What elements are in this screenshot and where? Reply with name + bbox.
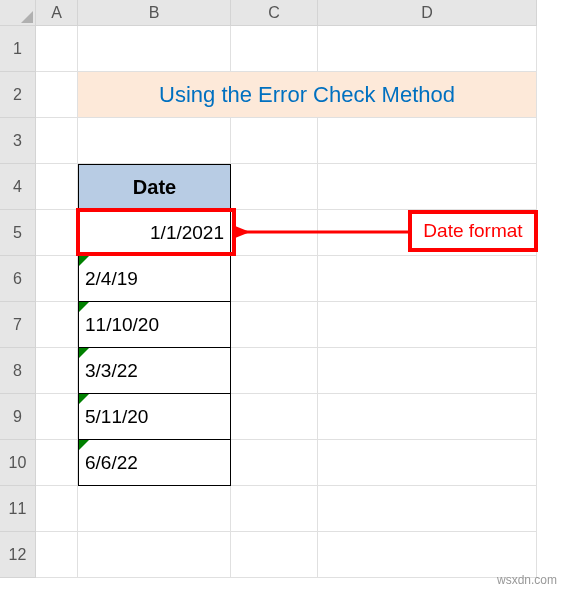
- table-header-date[interactable]: Date: [78, 164, 231, 210]
- row-header-2[interactable]: 2: [0, 72, 36, 118]
- title-cell[interactable]: Using the Error Check Method: [78, 72, 537, 118]
- cell-c11[interactable]: [231, 486, 318, 532]
- cell-c8[interactable]: [231, 348, 318, 394]
- row-header-8[interactable]: 8: [0, 348, 36, 394]
- cell-c12[interactable]: [231, 532, 318, 578]
- cell-d7[interactable]: [318, 302, 537, 348]
- row-header-10[interactable]: 10: [0, 440, 36, 486]
- cell-c3[interactable]: [231, 118, 318, 164]
- row-header-4[interactable]: 4: [0, 164, 36, 210]
- cell-a11[interactable]: [36, 486, 78, 532]
- cell-a7[interactable]: [36, 302, 78, 348]
- cell-a10[interactable]: [36, 440, 78, 486]
- cell-c10[interactable]: [231, 440, 318, 486]
- cell-b6[interactable]: 2/4/19: [78, 256, 231, 302]
- cell-a2[interactable]: [36, 72, 78, 118]
- cell-a9[interactable]: [36, 394, 78, 440]
- cell-d1[interactable]: [318, 26, 537, 72]
- cell-b11[interactable]: [78, 486, 231, 532]
- cell-d9[interactable]: [318, 394, 537, 440]
- row-header-3[interactable]: 3: [0, 118, 36, 164]
- cell-a4[interactable]: [36, 164, 78, 210]
- cell-c7[interactable]: [231, 302, 318, 348]
- cell-a3[interactable]: [36, 118, 78, 164]
- col-header-c[interactable]: C: [231, 0, 318, 26]
- cell-d6[interactable]: [318, 256, 537, 302]
- cell-c5[interactable]: [231, 210, 318, 256]
- cell-d12[interactable]: [318, 532, 537, 578]
- cell-b7[interactable]: 11/10/20: [78, 302, 231, 348]
- col-header-a[interactable]: A: [36, 0, 78, 26]
- row-header-7[interactable]: 7: [0, 302, 36, 348]
- cell-b9[interactable]: 5/11/20: [78, 394, 231, 440]
- cell-a5[interactable]: [36, 210, 78, 256]
- cell-a8[interactable]: [36, 348, 78, 394]
- cell-a12[interactable]: [36, 532, 78, 578]
- cell-b12[interactable]: [78, 532, 231, 578]
- callout-annotation: Date format: [408, 210, 538, 252]
- col-header-d[interactable]: D: [318, 0, 537, 26]
- cell-d3[interactable]: [318, 118, 537, 164]
- cell-d10[interactable]: [318, 440, 537, 486]
- row-header-1[interactable]: 1: [0, 26, 36, 72]
- select-all-corner[interactable]: [0, 0, 36, 26]
- cell-a6[interactable]: [36, 256, 78, 302]
- cell-c1[interactable]: [231, 26, 318, 72]
- cell-a1[interactable]: [36, 26, 78, 72]
- watermark: wsxdn.com: [497, 573, 557, 587]
- col-header-b[interactable]: B: [78, 0, 231, 26]
- row-header-11[interactable]: 11: [0, 486, 36, 532]
- row-header-12[interactable]: 12: [0, 532, 36, 578]
- row-header-5[interactable]: 5: [0, 210, 36, 256]
- cell-b1[interactable]: [78, 26, 231, 72]
- cell-b10[interactable]: 6/6/22: [78, 440, 231, 486]
- cell-d4[interactable]: [318, 164, 537, 210]
- row-header-6[interactable]: 6: [0, 256, 36, 302]
- cell-c6[interactable]: [231, 256, 318, 302]
- row-header-9[interactable]: 9: [0, 394, 36, 440]
- cell-b5[interactable]: 1/1/2021: [78, 210, 231, 256]
- cell-d11[interactable]: [318, 486, 537, 532]
- cell-b3[interactable]: [78, 118, 231, 164]
- cell-c9[interactable]: [231, 394, 318, 440]
- spreadsheet-grid: A B C D 1 2 Using the Error Check Method…: [0, 0, 565, 578]
- cell-b8[interactable]: 3/3/22: [78, 348, 231, 394]
- cell-d8[interactable]: [318, 348, 537, 394]
- cell-c4[interactable]: [231, 164, 318, 210]
